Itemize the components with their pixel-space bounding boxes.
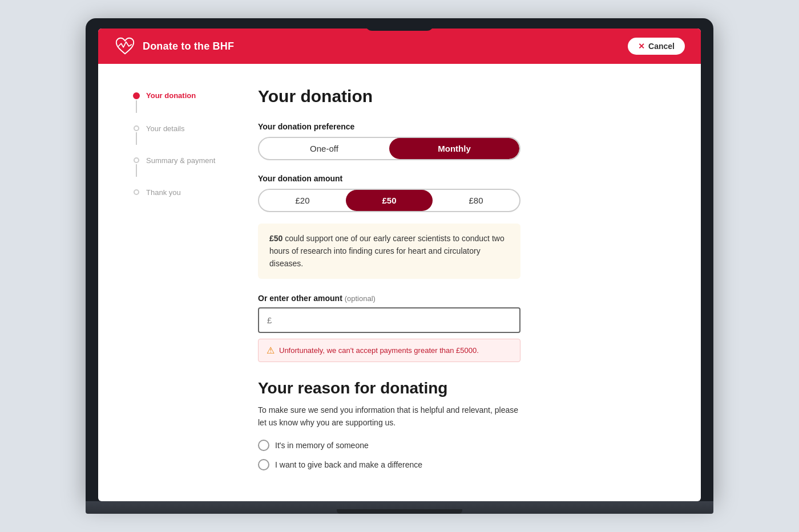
reason-label-2: I want to give back and make a differenc…	[275, 460, 422, 469]
amount-50[interactable]: £50	[346, 190, 433, 211]
step-label-1: Your donation	[146, 91, 196, 100]
step-line-2	[136, 132, 137, 145]
sidebar-steps: Your donation Your details	[132, 91, 224, 209]
amount-80[interactable]: £80	[433, 190, 519, 211]
one-off-option[interactable]: One-off	[259, 138, 389, 159]
amount-20[interactable]: £20	[259, 190, 346, 211]
radio-circle-2	[258, 459, 269, 470]
step-dot-1	[133, 92, 140, 99]
other-amount-input-wrapper	[258, 307, 520, 333]
step-thank-you: Thank you	[132, 188, 224, 197]
donation-info-box: £50 could support one of our early caree…	[258, 224, 520, 279]
screen: Donate to the BHF ✕ Cancel	[98, 29, 701, 501]
donation-section-title: Your donation	[258, 87, 520, 106]
optional-label: (optional)	[345, 294, 376, 303]
header-left: Donate to the BHF	[114, 35, 234, 57]
error-message: ⚠ Unfortunately, we can't accept payment…	[258, 339, 520, 362]
screen-bezel: Donate to the BHF ✕ Cancel	[86, 18, 713, 501]
step-your-donation: Your donation	[132, 91, 224, 113]
app-header: Donate to the BHF ✕ Cancel	[98, 29, 701, 64]
form-area: Your donation Your donation preference O…	[258, 87, 520, 478]
bhf-logo-icon	[114, 35, 136, 57]
reason-option-1[interactable]: It's in memory of someone	[258, 440, 520, 451]
reason-option-2[interactable]: I want to give back and make a differenc…	[258, 459, 520, 470]
step-your-details: Your details	[132, 124, 224, 145]
step-line-1	[136, 100, 137, 113]
step-label-3: Summary & payment	[146, 156, 215, 165]
radio-circle-1	[258, 440, 269, 451]
info-bold-amount: £50	[269, 234, 283, 243]
other-amount-input[interactable]	[258, 307, 520, 333]
reason-section-title: Your reason for donating	[258, 379, 520, 397]
step-dot-3	[134, 157, 139, 163]
main-content: Your donation Your details	[98, 64, 701, 501]
info-text: could support one of our early career sc…	[269, 234, 505, 267]
donation-amount-group: £20 £50 £80	[258, 189, 520, 212]
step-label-4: Thank you	[146, 188, 181, 197]
other-amount-label: Or enter other amount (optional)	[258, 294, 520, 303]
cancel-label: Cancel	[648, 42, 675, 51]
step-dot-4	[134, 189, 139, 195]
warning-icon: ⚠	[267, 345, 275, 356]
preference-label: Your donation preference	[258, 122, 520, 131]
reason-description: To make sure we send you information tha…	[258, 404, 520, 429]
cancel-button[interactable]: ✕ Cancel	[628, 38, 685, 55]
step-dot-2	[134, 125, 139, 131]
amount-label: Your donation amount	[258, 174, 520, 183]
header-title: Donate to the BHF	[143, 40, 234, 52]
cancel-x-icon: ✕	[638, 42, 645, 51]
step-summary-payment: Summary & payment	[132, 156, 224, 177]
step-line-3	[136, 164, 137, 177]
reason-label-1: It's in memory of someone	[275, 441, 369, 450]
monthly-option[interactable]: Monthly	[389, 138, 519, 159]
sidebar: Your donation Your details	[132, 87, 224, 478]
other-amount-label-text: Or enter other amount	[258, 294, 342, 303]
laptop-container: Donate to the BHF ✕ Cancel	[86, 18, 713, 513]
camera-notch	[365, 18, 434, 31]
error-text: Unfortunately, we can't accept payments …	[279, 346, 479, 355]
donation-preference-toggle: One-off Monthly	[258, 137, 520, 160]
step-label-2: Your details	[146, 124, 184, 133]
laptop-base	[86, 501, 713, 514]
